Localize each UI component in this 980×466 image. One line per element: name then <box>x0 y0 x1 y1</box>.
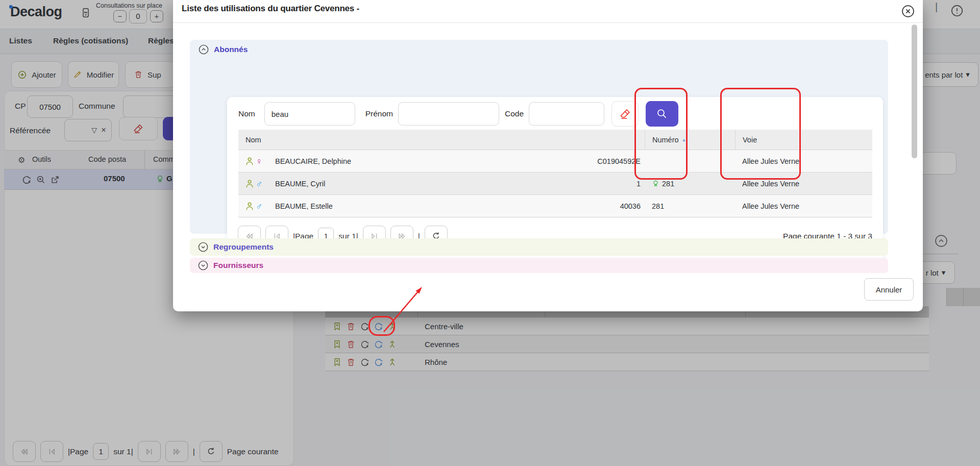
abonne-numero: 281 <box>645 202 735 210</box>
modal-scrollbar-thumb[interactable] <box>912 24 917 158</box>
person-icon <box>244 201 255 212</box>
section-fournisseurs[interactable]: Fournisseurs <box>190 258 888 273</box>
section-fournisseurs-label: Fournisseurs <box>213 261 263 270</box>
gender-icon: ♀ <box>256 156 266 167</box>
modal-header-divider <box>173 22 923 23</box>
app-canvas: Decalog Consultations sur place − 0 + | … <box>0 0 980 466</box>
section-abonnes-label: Abonnés <box>214 45 248 54</box>
modal-title: Liste des utilisations du quartier Ceven… <box>182 4 359 14</box>
abonne-voie: Allee Jules Verne <box>735 180 872 188</box>
abonne-name: BEAUME, Estelle <box>275 202 333 210</box>
annotation-rect-voie <box>720 88 801 180</box>
chevron-up-circle-icon[interactable] <box>198 44 209 55</box>
close-icon[interactable] <box>901 4 915 18</box>
abonne-numero: 281 <box>645 179 735 188</box>
abonne-name: BEAUCAIRE, Delphine <box>275 157 351 165</box>
cancel-button[interactable]: Annuler <box>864 278 914 301</box>
person-icon <box>244 178 255 189</box>
abonne-code: 1 <box>636 180 641 188</box>
gender-icon: ♂ <box>256 201 266 212</box>
code-label: Code <box>505 109 524 118</box>
chevron-down-circle-icon[interactable] <box>198 241 209 253</box>
prenom-input[interactable] <box>398 102 499 126</box>
utilisations-modal: Liste des utilisations du quartier Ceven… <box>173 0 923 311</box>
code-input[interactable] <box>529 102 604 126</box>
nom-column-header[interactable]: Nom <box>238 130 645 150</box>
person-icon <box>244 156 255 167</box>
abonne-code: 40036 <box>620 202 641 210</box>
eraser-icon <box>619 108 631 120</box>
abonne-row[interactable]: ♂ BEAUME, Estelle 40036 281 Allee Jules … <box>238 195 872 217</box>
badge-icon <box>652 179 659 188</box>
annotation-rect-numero <box>634 88 688 180</box>
nom-input[interactable] <box>264 102 355 126</box>
section-regroupements-label: Regroupements <box>213 242 274 252</box>
section-abonnes-header[interactable]: Abonnés <box>198 44 248 55</box>
chevron-down-circle-icon[interactable] <box>198 260 209 271</box>
section-regroupements[interactable]: Regroupements <box>190 238 888 256</box>
prenom-label: Prénom <box>365 109 393 118</box>
abonne-name: BEAUME, Cyril <box>275 180 325 188</box>
abonne-voie: Allee Jules Verne <box>735 202 872 210</box>
nom-label: Nom <box>238 109 255 118</box>
gender-icon: ♂ <box>256 179 266 189</box>
annotation-arrow <box>379 281 430 337</box>
